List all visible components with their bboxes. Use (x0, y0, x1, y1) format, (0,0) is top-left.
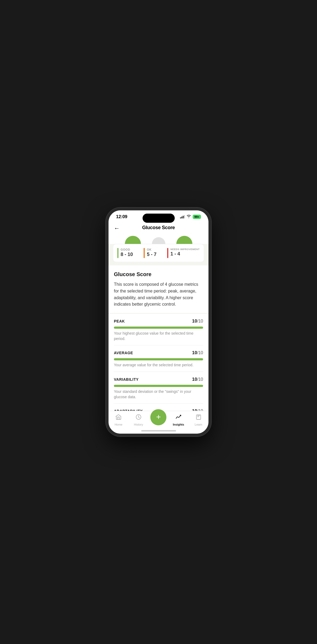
nav-item-learn[interactable]: Learn (191, 414, 207, 426)
metric-average-name: AVERAGE (114, 351, 133, 355)
metric-peak-description: Your highest glucose value for the selec… (114, 331, 203, 341)
half-circle-good (125, 236, 141, 244)
nav-learn-label: Learn (195, 423, 202, 426)
wifi-icon (187, 215, 191, 219)
rating-needs-improvement: NEEDS IMPROVEMENT 1 - 4 (167, 248, 200, 258)
nav-insights-label: Insights (173, 423, 184, 426)
nav-item-insights[interactable]: Insights (170, 414, 187, 426)
half-circle-right (176, 236, 192, 244)
rating-ok-range: 5 - 7 (147, 252, 156, 257)
info-title: Glucose Score (114, 271, 203, 277)
nav-add-button[interactable]: + (150, 409, 166, 425)
rating-legend: GOOD 8 - 10 OK 5 - 7 NEEDS IMPROVEMENT 1… (113, 244, 204, 262)
nav-home-label: Home (115, 423, 122, 426)
history-icon (135, 414, 142, 422)
page-title: Glucose Score (142, 225, 175, 230)
info-section: Glucose Score This score is composed of … (109, 265, 208, 313)
home-icon (115, 414, 122, 422)
metric-variability-progress-bar (114, 385, 203, 387)
nav-item-home[interactable]: Home (110, 414, 126, 426)
rating-bar-ok (144, 248, 145, 258)
score-circle-right (176, 236, 192, 244)
metrics-section: PEAK 10/10 Your highest glucose value fo… (109, 314, 208, 411)
metric-variability: VARIABILITY 10/10 Your standard deviatio… (114, 372, 203, 404)
insights-icon (175, 414, 182, 422)
rating-bar-needs-improvement (167, 248, 168, 258)
rating-good-label: GOOD (121, 248, 133, 251)
metric-average: AVERAGE 10/10 Your average value for the… (114, 345, 203, 372)
home-indicator (141, 430, 176, 431)
signal-icon (180, 215, 185, 218)
status-icons: 99+ (180, 215, 201, 219)
metric-variability-progress-fill (114, 385, 203, 387)
score-circles-area (109, 235, 208, 244)
rating-ok-label: OK (147, 248, 156, 251)
metric-average-progress-bar (114, 358, 203, 360)
rating-good: GOOD 8 - 10 (117, 248, 133, 258)
rating-ok: OK 5 - 7 (144, 248, 156, 258)
nav-history-label: History (134, 423, 143, 426)
phone-frame: 12:09 99+ ← (106, 208, 211, 436)
dynamic-island (143, 214, 175, 223)
add-icon: + (156, 413, 161, 421)
metric-peak-name: PEAK (114, 319, 125, 323)
metric-variability-score: 10/10 (192, 377, 203, 382)
metric-variability-name: VARIABILITY (114, 377, 139, 382)
learn-icon (195, 414, 202, 422)
metric-adaptability-name: ADAPTABILITY (114, 409, 143, 411)
back-button[interactable]: ← (114, 225, 120, 232)
metric-average-score: 10/10 (192, 350, 203, 356)
metric-variability-description: Your standard deviation or the "swings" … (114, 389, 203, 400)
half-circle-mid (152, 237, 165, 244)
battery-indicator: 99+ (193, 215, 201, 219)
info-description: This score is composed of 4 glucose metr… (114, 281, 203, 308)
metric-peak: PEAK 10/10 Your highest glucose value fo… (114, 314, 203, 345)
status-time: 12:09 (116, 214, 127, 219)
nav-item-history[interactable]: History (130, 414, 147, 426)
rating-good-range: 8 - 10 (121, 252, 133, 257)
page-header: ← Glucose Score (109, 222, 208, 235)
metric-adaptability-score: 10/10 (192, 408, 203, 411)
screen: 12:09 99+ ← (109, 210, 208, 434)
score-circle-mid (152, 237, 165, 244)
metric-peak-progress-bar (114, 327, 203, 329)
metric-peak-progress-fill (114, 327, 203, 329)
score-circle-good (125, 236, 141, 244)
metric-peak-score: 10/10 (192, 319, 203, 324)
metric-average-progress-fill (114, 358, 203, 360)
metric-average-description: Your average value for the selected time… (114, 363, 203, 368)
rating-needs-improvement-label: NEEDS IMPROVEMENT (170, 248, 200, 251)
content-scroll: Glucose Score This score is composed of … (109, 265, 208, 411)
rating-bar-good (117, 248, 118, 258)
rating-needs-improvement-range: 1 - 4 (170, 251, 200, 257)
